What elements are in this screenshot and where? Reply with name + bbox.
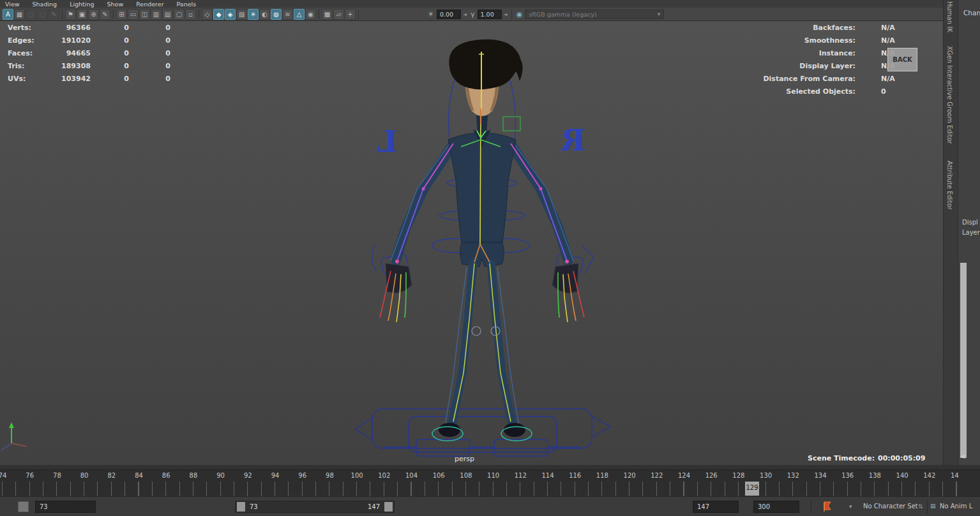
menu-item-show[interactable]: Show	[107, 1, 124, 8]
character-set-updown-icon[interactable]: ⇅	[918, 503, 923, 510]
resolution-gate-icon[interactable]: ◫	[139, 9, 150, 20]
timeline-frame-label: 130	[757, 472, 775, 479]
safe-title-icon[interactable]: ▫	[185, 9, 196, 20]
toolbar-separator	[319, 10, 319, 19]
grid-icon[interactable]: ⊞	[116, 9, 127, 20]
range-start-handle[interactable]	[237, 502, 245, 512]
joint-label-right: R	[561, 123, 585, 158]
toolbar-separator	[113, 10, 114, 19]
sidebar-tab-xgen-interactive-groom-editor[interactable]: XGen Interactive Groom Editor	[946, 46, 953, 144]
menu-item-renderer[interactable]: Renderer	[136, 1, 163, 8]
camera-lock-icon[interactable]: ◌	[37, 9, 48, 20]
use-all-lights-icon[interactable]: ☀	[248, 9, 259, 20]
playback-range-slider[interactable]: 73 147	[235, 501, 395, 513]
character-set-select[interactable]: No Character Set	[863, 503, 918, 510]
timeline-frame-label: 116	[566, 472, 584, 479]
hud-stat-row: Distance From Camera:N/A	[728, 72, 939, 85]
menu-item-lighting[interactable]: Lighting	[70, 1, 94, 8]
grease-pencil-icon[interactable]: ✎	[100, 9, 110, 20]
camera-attributes-icon[interactable]: ✎	[49, 9, 59, 20]
hud-stat-row: Backfaces:N/A	[728, 21, 939, 34]
timeline-frame-label: 74	[0, 472, 11, 479]
time-slider[interactable]: 129 747678808284868890929496981001021041…	[0, 469, 980, 496]
motion-blur-icon[interactable]: ≋	[282, 9, 293, 20]
colorspace-value: sRGB gamma (legacy)	[529, 11, 596, 18]
timeline-frame-label: 100	[348, 472, 366, 479]
timeline-frame-label: 142	[921, 472, 939, 479]
ground-wireframe	[355, 409, 610, 456]
timeline-frame-label: 128	[730, 472, 748, 479]
colorspace-dropdown[interactable]: sRGB gamma (legacy) ▾	[525, 10, 664, 19]
viewport-canvas[interactable]: L R	[0, 21, 943, 465]
chevron-down-icon: ▾	[658, 11, 661, 17]
exposure-slider-handle[interactable]: ◄	[462, 11, 468, 17]
select-by-type-icon[interactable]: A	[3, 9, 13, 20]
bookmark-icon[interactable]: ⚑	[65, 9, 76, 20]
chevron-down-icon[interactable]: ▾	[849, 503, 852, 510]
anti-aliasing-icon[interactable]: △	[294, 9, 305, 20]
safe-action-icon[interactable]: ▢	[174, 9, 185, 20]
tab-anim-layers[interactable]: Layer	[962, 228, 980, 238]
toolbar-separator	[511, 10, 512, 19]
timeline-frame-label: 82	[103, 472, 121, 479]
timecode-value: 00:00:05:09	[878, 454, 925, 462]
tab-display-layers[interactable]: Displ	[962, 217, 980, 228]
playback-end-field[interactable]	[693, 501, 739, 513]
scroll-left-icon[interactable]: ◀	[960, 453, 965, 459]
field-chart-icon[interactable]: ▤	[162, 9, 173, 20]
exposure-icon[interactable]: ☀	[426, 10, 436, 18]
smooth-shade-icon[interactable]: ◆	[213, 9, 224, 20]
depth-of-field-icon[interactable]: ◉	[305, 9, 316, 20]
timeline-frame-label: 120	[621, 472, 638, 479]
sidebar-tab-attribute-editor[interactable]: Attribute Editor	[946, 161, 953, 210]
timeline-frame-label: 76	[21, 472, 39, 479]
timeline-frame-label: 118	[593, 472, 611, 479]
exposure-field[interactable]	[437, 10, 461, 19]
textured-icon[interactable]: ▨	[236, 9, 247, 20]
wireframe-icon[interactable]: ◇	[202, 9, 213, 20]
toolbar-separator	[62, 10, 63, 19]
gamma-icon[interactable]: γ	[469, 10, 477, 18]
isolate-select-icon[interactable]: ▩	[322, 9, 333, 20]
range-options-button[interactable]	[18, 501, 29, 512]
menu-item-shading[interactable]: Shading	[33, 1, 57, 8]
animation-end-field[interactable]	[753, 501, 799, 513]
gamma-field[interactable]	[478, 10, 502, 19]
timeline-frame-label: 124	[675, 472, 693, 479]
timeline-frame-label: 104	[403, 472, 421, 479]
snap-display-icon[interactable]: ▦	[14, 9, 25, 20]
film-gate-icon[interactable]: ▭	[128, 9, 139, 20]
channel-box-title: Chan	[963, 9, 980, 17]
camera-select-icon[interactable]: ◌	[26, 9, 36, 20]
range-end-handle[interactable]	[384, 502, 393, 512]
menu-item-panels[interactable]: Panels	[177, 1, 197, 8]
anim-layer-select[interactable]: No Anim L	[940, 503, 972, 510]
hud-stats-left: Verts:9636600Edges:19102000Faces:9466500…	[8, 21, 170, 85]
timeline-ruler[interactable]: 129 747678808284868890929496981001021041…	[0, 470, 959, 496]
auto-keyframe-icon[interactable]	[822, 501, 833, 512]
timeline-frame-label: 90	[212, 472, 230, 479]
divider	[811, 500, 811, 513]
anim-layer-icon: ▤	[930, 503, 936, 509]
x-ray-icon[interactable]: ▱	[333, 9, 344, 20]
shadows-icon[interactable]: ◐	[259, 9, 270, 20]
current-frame-indicator[interactable]: 129	[745, 482, 759, 496]
menu-item-view[interactable]: View	[5, 1, 20, 8]
timecode-label: Scene Timecode:	[808, 454, 875, 462]
back-button[interactable]: BACK	[887, 48, 917, 71]
image-plane-icon[interactable]: ▣	[77, 9, 87, 20]
timeline-frame-label: 102	[375, 472, 393, 479]
screen-space-ao-icon[interactable]: ◍	[271, 9, 282, 20]
timeline-frame-label: 110	[485, 472, 502, 479]
gate-mask-icon[interactable]: ▥	[151, 9, 162, 20]
timeline-frame-label: 122	[648, 472, 666, 479]
sidebar-tab-human-ik[interactable]: Human IK	[946, 1, 953, 33]
playback-start-field[interactable]	[35, 501, 96, 513]
wireframe-on-shaded-icon[interactable]: ◈	[225, 9, 236, 20]
axis-gizmo	[1, 422, 27, 450]
toolbar-separator	[199, 10, 199, 19]
toolbar-separator	[358, 10, 359, 19]
joints-display-icon[interactable]: +	[345, 9, 356, 20]
gamma-slider-handle[interactable]: ◄	[502, 11, 509, 17]
two-d-pan-zoom-icon[interactable]: ⊕	[88, 9, 99, 20]
